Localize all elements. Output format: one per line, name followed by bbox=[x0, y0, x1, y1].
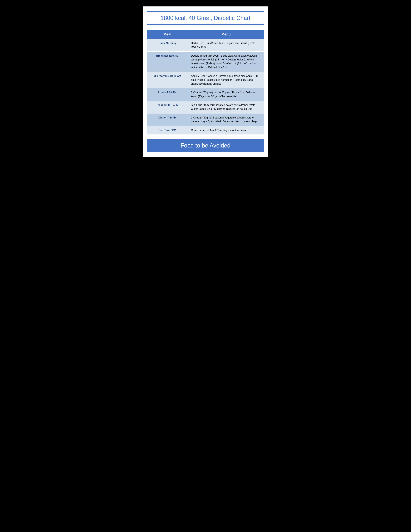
table-row: Bed Time 9PMGreen or herbal Teal 200ml S… bbox=[147, 126, 264, 135]
footer-title: Food to be Avoided bbox=[180, 142, 231, 149]
page-container: 1800 kcal, 40 Gms , Diabetic Chart Meal … bbox=[143, 6, 268, 157]
meal-column-header: Meal bbox=[147, 30, 188, 39]
title-box: 1800 kcal, 40 Gms , Diabetic Chart bbox=[147, 11, 264, 25]
meal-table: Meal Menu Early MorningHerbal Tea1 Cup/G… bbox=[147, 30, 264, 135]
table-row: Breakfast 8:30 AMDouble Toned Milk 200m-… bbox=[147, 51, 264, 72]
menu-cell: Herbal Tea1 Cup/Green Tea 2 Sugar Free B… bbox=[188, 39, 264, 51]
table-row: Lunch 1:30 PM2 Chapati (60 gms) or rice … bbox=[147, 88, 264, 101]
meal-cell: Dinner 7:30PM bbox=[147, 113, 188, 126]
meal-cell: Breakfast 8:30 AM bbox=[147, 51, 188, 72]
menu-cell: 2 Chapati (40gms) Seasonal Vegetable 100… bbox=[188, 113, 264, 126]
footer-box: Food to be Avoided bbox=[147, 139, 264, 152]
menu-cell: Green or herbal Teal 200ml Sago snacks /… bbox=[188, 126, 264, 135]
menu-column-header: Menu bbox=[188, 30, 264, 39]
table-row: Early MorningHerbal Tea1 Cup/Green Tea 2… bbox=[147, 39, 264, 51]
menu-cell: Tea 1 cup (15ml milk) insalted potato ch… bbox=[188, 101, 264, 113]
menu-cell: 2 Chapati (60 gms) or rice 60 gms / Rice… bbox=[188, 88, 264, 101]
table-header-row: Meal Menu bbox=[147, 30, 264, 39]
meal-cell: Bed Time 9PM bbox=[147, 126, 188, 135]
meal-cell: Tea 3:30PM – 4PM bbox=[147, 101, 188, 113]
page-title: 1800 kcal, 40 Gms , Diabetic Chart bbox=[160, 15, 251, 21]
table-row: Dinner 7:30PM2 Chapati (40gms) Seasonal … bbox=[147, 113, 264, 126]
menu-cell: Apple / Pear /Papaya / Guava/Jamun fresh… bbox=[188, 72, 264, 88]
table-row: Tea 3:30PM – 4PMTea 1 cup (15ml milk) in… bbox=[147, 101, 264, 113]
meal-cell: Mid morning 10:30 AM bbox=[147, 72, 188, 88]
table-row: Mid morning 10:30 AMApple / Pear /Papaya… bbox=[147, 72, 264, 88]
menu-cell: Double Toned Milk 200m- 1 cup sago/Cornf… bbox=[188, 51, 264, 72]
meal-cell: Lunch 1:30 PM bbox=[147, 88, 188, 101]
meal-cell: Early Morning bbox=[147, 39, 188, 51]
